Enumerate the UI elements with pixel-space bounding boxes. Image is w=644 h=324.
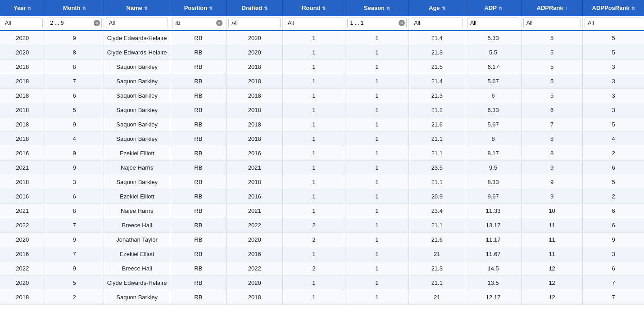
- filter-wrap-season: ✕: [347, 18, 407, 28]
- header-label-drafted: Drafted: [241, 4, 262, 11]
- cell-adprank: 11: [522, 218, 583, 233]
- filter-input-year[interactable]: [2, 18, 43, 28]
- filter-input-adpposrank[interactable]: [585, 18, 642, 28]
- filter-wrap-position: ✕: [172, 18, 224, 28]
- header-name[interactable]: Name⇅: [104, 0, 170, 16]
- header-drafted[interactable]: Drafted⇅: [227, 0, 283, 16]
- header-age[interactable]: Age⇅: [409, 0, 465, 16]
- cell-adp: 11.67: [465, 247, 522, 261]
- table-row: 20186Saquon BarkleyRB20181121.3653: [0, 89, 644, 103]
- cell-position: RB: [170, 233, 227, 247]
- cell-adprank: 11: [522, 233, 583, 247]
- sort-icon-season: ⇅: [386, 6, 390, 11]
- cell-adp: 5.5: [465, 45, 522, 60]
- header-label-adpposrank: ADPPosRank: [592, 4, 630, 11]
- cell-adpposrank: 3: [583, 74, 644, 89]
- cell-drafted: 2020: [227, 31, 283, 45]
- cell-adprank: 5: [522, 45, 583, 60]
- sort-icon-year: ⇅: [27, 6, 31, 11]
- cell-name: Saquon Barkley: [104, 132, 170, 146]
- cell-adp: 6.33: [465, 103, 522, 117]
- cell-month: 6: [45, 89, 104, 103]
- cell-round: 1: [283, 204, 345, 218]
- cell-month: 9: [45, 261, 104, 276]
- cell-adpposrank: 5: [583, 31, 644, 45]
- filter-clear-month[interactable]: ✕: [94, 20, 100, 26]
- cell-month: 8: [45, 60, 104, 74]
- filter-input-drafted[interactable]: [228, 18, 281, 28]
- cell-adp: 5.67: [465, 117, 522, 132]
- table-row: 20229Breece HallRB20222121.314.5126: [0, 261, 644, 276]
- cell-adp: 9.67: [465, 189, 522, 204]
- table-row: 20205Clyde Edwards-HelaireRB20201121.113…: [0, 276, 644, 290]
- cell-drafted: 2021: [227, 161, 283, 175]
- cell-month: 9: [45, 117, 104, 132]
- table-row: 20184Saquon BarkleyRB20181121.1884: [0, 132, 644, 146]
- cell-drafted: 2020: [227, 276, 283, 290]
- filter-input-age[interactable]: [411, 18, 463, 28]
- cell-adprank: 8: [522, 146, 583, 161]
- cell-year: 2018: [0, 117, 45, 132]
- cell-season: 1: [345, 175, 409, 189]
- cell-adp: 5.33: [465, 31, 522, 45]
- cell-adp: 9.5: [465, 161, 522, 175]
- cell-year: 2020: [0, 233, 45, 247]
- cell-month: 9: [45, 233, 104, 247]
- filter-input-adp[interactable]: [467, 18, 519, 28]
- filter-input-season[interactable]: [347, 18, 407, 28]
- cell-month: 5: [45, 276, 104, 290]
- cell-age: 21.4: [409, 31, 465, 45]
- cell-name: Saquon Barkley: [104, 74, 170, 89]
- cell-age: 21.6: [409, 117, 465, 132]
- cell-name: Clyde Edwards-Helaire: [104, 31, 170, 45]
- cell-drafted: 2018: [227, 89, 283, 103]
- cell-year: 2022: [0, 218, 45, 233]
- cell-month: 5: [45, 103, 104, 117]
- cell-season: 1: [345, 146, 409, 161]
- cell-position: RB: [170, 175, 227, 189]
- filter-input-round[interactable]: [285, 18, 343, 28]
- table-row: 20218Najee HarrisRB20211123.411.33106: [0, 204, 644, 218]
- header-adpposrank[interactable]: ADPPosRank⇅: [583, 0, 644, 16]
- cell-round: 2: [283, 218, 345, 233]
- header-season[interactable]: Season⇅: [345, 0, 409, 16]
- cell-adp: 13.5: [465, 276, 522, 290]
- header-position[interactable]: Position⇅: [170, 0, 227, 16]
- cell-month: 9: [45, 161, 104, 175]
- cell-round: 1: [283, 117, 345, 132]
- header-year[interactable]: Year⇅: [0, 0, 45, 16]
- filter-input-adprank[interactable]: [523, 18, 581, 28]
- cell-round: 1: [283, 132, 345, 146]
- header-adp[interactable]: ADP⇅: [465, 0, 522, 16]
- cell-adpposrank: 9: [583, 233, 644, 247]
- cell-month: 7: [45, 247, 104, 261]
- cell-name: Breece Hall: [104, 218, 170, 233]
- header-adprank[interactable]: ADPRank↑: [522, 0, 583, 16]
- header-round[interactable]: Round⇅: [283, 0, 345, 16]
- table-row: 20219Najee HarrisRB20211123.59.596: [0, 161, 644, 175]
- cell-drafted: 2018: [227, 74, 283, 89]
- filter-wrap-round: [285, 18, 343, 28]
- filter-cell-drafted: [227, 16, 283, 31]
- cell-age: 20.9: [409, 189, 465, 204]
- table-row: 20208Clyde Edwards-HelaireRB20201121.35.…: [0, 45, 644, 60]
- filter-input-name[interactable]: [106, 18, 168, 28]
- header-month[interactable]: Month⇅: [45, 0, 104, 16]
- cell-adpposrank: 6: [583, 161, 644, 175]
- filter-wrap-drafted: [228, 18, 281, 28]
- sort-icon-drafted: ⇅: [264, 6, 268, 11]
- cell-age: 21: [409, 247, 465, 261]
- cell-adpposrank: 3: [583, 103, 644, 117]
- cell-adprank: 5: [522, 60, 583, 74]
- cell-adpposrank: 3: [583, 89, 644, 103]
- cell-round: 1: [283, 276, 345, 290]
- cell-year: 2020: [0, 45, 45, 60]
- table-header: Year⇅Month⇅Name⇅Position⇅Drafted⇅Round⇅S…: [0, 0, 644, 16]
- cell-month: 7: [45, 74, 104, 89]
- sort-icon-adpposrank: ⇅: [631, 6, 635, 11]
- cell-season: 1: [345, 290, 409, 305]
- cell-position: RB: [170, 74, 227, 89]
- cell-drafted: 2016: [227, 146, 283, 161]
- cell-adprank: 10: [522, 204, 583, 218]
- cell-drafted: 2018: [227, 290, 283, 305]
